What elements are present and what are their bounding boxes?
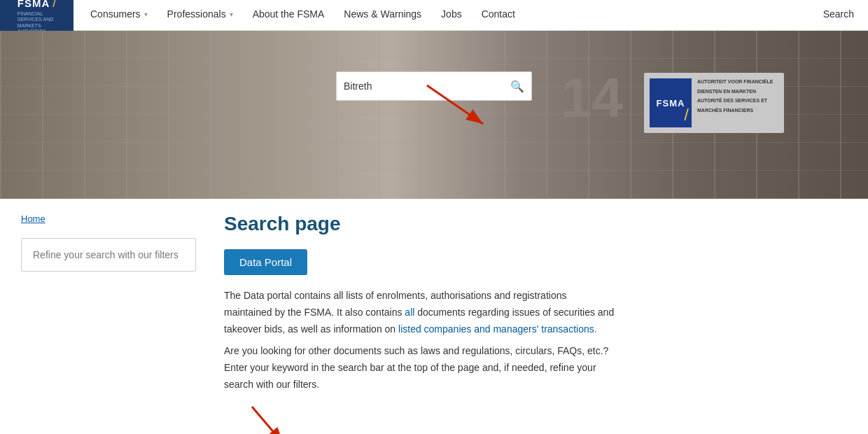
- nav-news-warnings[interactable]: News & Warnings: [334, 0, 431, 30]
- red-arrow-2: [238, 403, 308, 434]
- filter-placeholder-text: Refine your search with our filters: [33, 249, 178, 260]
- hero-search-input[interactable]: [344, 80, 510, 92]
- breadcrumb: Home: [21, 213, 196, 224]
- fsma-sign-logo-text: FSMA: [657, 98, 685, 108]
- nav-jobs[interactable]: Jobs: [431, 0, 472, 30]
- nav-consumers[interactable]: Consumers ▾: [80, 0, 158, 30]
- logo-fsma-text: FSMA: [18, 0, 50, 9]
- breadcrumb-home-link[interactable]: Home: [21, 214, 46, 224]
- fsma-sign-slash: /: [684, 105, 689, 125]
- fsma-sign-description: AUTORITEIT VOOR FINANCIËLE DIENSTEN EN M…: [697, 78, 773, 116]
- all-documents-link[interactable]: all: [405, 307, 414, 318]
- main-content: Search page Data Portal The Data portal …: [210, 213, 847, 434]
- logo[interactable]: FSMA / FINANCIAL SERVICES AND MARKETS AU…: [0, 0, 74, 31]
- nav-professionals[interactable]: Professionals ▾: [158, 0, 243, 30]
- red-arrow-2-container: [224, 403, 847, 434]
- chevron-down-icon: ▾: [230, 10, 233, 18]
- fsma-sign-blue-box: FSMA /: [650, 78, 692, 127]
- nav-about[interactable]: About the FSMA: [243, 0, 335, 30]
- data-portal-button[interactable]: Data Portal: [224, 249, 307, 275]
- chevron-down-icon: ▾: [144, 10, 148, 18]
- svg-line-3: [252, 407, 284, 434]
- logo-slash: /: [52, 0, 56, 10]
- hero-search-container: 🔍: [336, 71, 532, 101]
- nav-items: Consumers ▾ Professionals ▾ About the FS…: [74, 0, 868, 30]
- content-area: Home Refine your search with our filters…: [0, 199, 868, 434]
- fsma-wall-sign: FSMA / AUTORITEIT VOOR FINANCIËLE DIENST…: [644, 73, 784, 133]
- search-icon[interactable]: 🔍: [510, 80, 524, 93]
- nav-contact[interactable]: Contact: [472, 0, 525, 30]
- nav-search[interactable]: Search: [813, 0, 868, 30]
- description-text: The Data portal contains all lists of en…: [224, 288, 616, 393]
- listed-companies-link[interactable]: listed companies and managers' transacti…: [398, 323, 597, 335]
- hero-search-bar: 🔍: [336, 71, 532, 101]
- hero-section: 14 FSMA / AUTORITEIT VOOR FINANCIËLE DIE…: [0, 31, 868, 199]
- page-title: Search page: [224, 213, 847, 235]
- building-number: 14: [561, 66, 623, 130]
- navbar: FSMA / FINANCIAL SERVICES AND MARKETS AU…: [0, 0, 868, 31]
- sidebar: Home Refine your search with our filters: [21, 213, 210, 434]
- filter-box[interactable]: Refine your search with our filters: [21, 238, 196, 272]
